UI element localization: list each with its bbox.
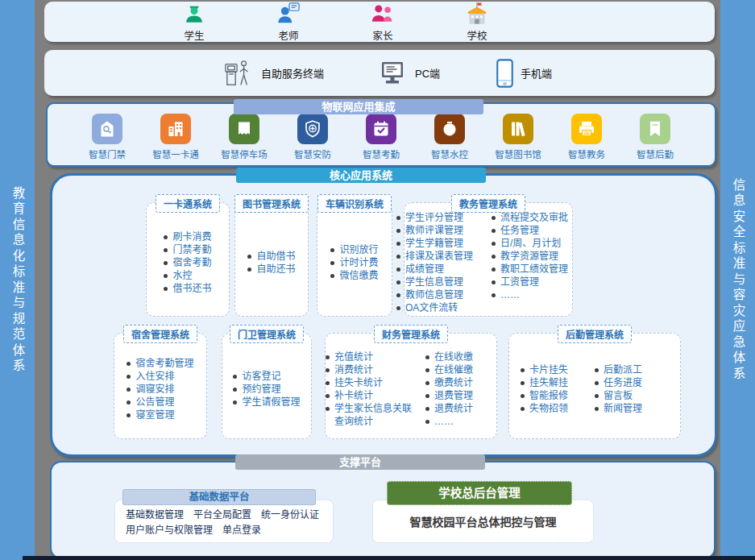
bullet-icon [396,280,400,284]
iot-app-label: 智慧图书馆 [495,147,541,160]
bullet-icon [492,229,496,233]
feature-item: 刷卡消费 [164,230,211,243]
bullet-icon [164,274,168,278]
feature-item: 卡片挂失 [521,363,588,376]
logistics-bookmark-icon [640,114,670,144]
feature-item: 消费统计 [326,363,419,376]
system-title: 门卫管理系统 [230,325,304,343]
bullet-icon [521,368,525,372]
system-box: 图书管理系统 自助借书 自助还书 [234,202,309,317]
feature-item: 门禁考勤 [164,243,211,256]
feature-item: 学生信息管理 [396,276,485,288]
system-title: 图书管理系统 [234,194,309,213]
iot-app-label: 智慧停车场 [221,147,268,160]
iot-app-label: 智慧后勤 [637,147,674,160]
system-box: 一卡通系统 刷卡消费 门禁考勤 宿舍考勤 水控 借书还书 [146,202,230,317]
bullet-icon [595,407,599,411]
feature-item: 智能报修 [521,389,588,402]
bullet-icon [330,248,334,252]
system-box: 车辆识别系统 识别放行 计时计费 微信缴费 [317,202,392,317]
feature-item: 公告管理 [127,396,193,409]
feature-item: OA文件流转 [396,301,485,314]
feature-item: 教学资源管理 [492,250,580,263]
feature-item: 学生评分管理 [396,211,485,224]
bullet-icon [247,255,251,259]
bullet-icon [326,355,330,359]
core-header: 核心应用系统 [236,168,486,183]
persona-label: 学生 [184,27,204,43]
bullet-icon [164,248,168,252]
water-control-icon [434,114,465,144]
library-books-icon [503,114,533,144]
bullet-icon [127,375,131,379]
phone-icon [496,59,513,88]
bullet-icon [233,388,237,392]
system-title: 财务管理系统 [374,325,448,343]
feature-item: 缴费统计 [425,376,496,389]
bullet-icon [247,268,251,272]
bullet-icon [595,368,599,372]
system-title: 车辆识别系统 [317,194,392,213]
door-access-icon [92,114,122,144]
feature-item: 工资管理 [492,276,580,288]
school-icon [465,2,489,26]
bullet-icon [396,242,400,246]
bullet-icon [521,407,525,411]
feature-item: …… [492,288,580,301]
feature-item: 宿舍考勤管理 [127,357,193,370]
feature-item: 在线收缴 [425,351,496,363]
iot-app: 智慧后勤 [624,114,686,165]
iot-apps-row: 智慧门禁 智慧一卡通 智慧停车场 智慧安防 智慧考勤 智慧水控 智慧图书馆 智慧… [48,114,715,165]
feature-item: 教职工绩效管理 [492,263,580,276]
feature-item: 补卡统计 [326,389,419,402]
feature-item: 退费管理 [425,389,496,402]
persona: 老师 [259,2,317,43]
bullet-icon [233,375,237,379]
bullet-icon [396,229,400,233]
iot-header: 物联网应用集成 [234,99,483,114]
bullet-icon [127,400,131,404]
persona: 学生 [165,2,223,43]
terminal: 手机端 [496,59,552,88]
system-title: 教务管理系统 [451,194,525,213]
feature-item: 自助还书 [247,263,295,276]
feature-item: …… [425,415,496,428]
bullet-icon [127,413,131,417]
bullet-icon [425,420,429,424]
right-security-sidebar: 信息安全标准与容灾应急体系 [720,0,755,560]
feature-item: 挂失解挂 [521,376,588,389]
bullet-icon [595,394,599,398]
bullet-icon [326,381,330,385]
terminal-label: 手机端 [521,65,552,81]
feature-item: 后勤派工 [595,363,669,376]
terminal: 自助服务终端 [223,59,324,88]
terminals-panel: 自助服务终端 PC端 手机端 [44,50,715,96]
feature-item: 调寝安排 [127,383,193,396]
feature-item: 挂失卡统计 [326,376,419,389]
bullet-icon [164,261,168,265]
bullet-icon [233,400,237,404]
persona-label: 家长 [372,27,392,43]
feature-item: 入住安排 [127,370,193,383]
feature-item: 流程提交及审批 [492,211,580,224]
parents-icon [371,2,395,26]
feature-item: 失物招领 [521,402,588,415]
school-admin-title: 学校总后台管理 [387,481,572,505]
terminal-label: PC端 [415,65,440,81]
system-box: 后勤管理系统 卡片挂失 挂失解挂 智能报修 失物招领 后勤派工 任务进度 留言板… [508,333,681,439]
iot-app: 智慧一卡通 [145,114,206,165]
feature-item: 微信缴费 [330,269,378,282]
feature-item: 宿舍考勤 [164,256,211,269]
student-icon [182,2,206,26]
bullet-icon [492,280,496,284]
bullet-icon [425,355,429,359]
security-shield-icon [297,114,328,144]
bullet-icon [127,388,131,392]
feature-item: 新闻管理 [595,402,669,415]
feature-item: 学生请假管理 [233,396,300,409]
iot-app: 智慧水控 [419,114,480,165]
iot-app: 智慧停车场 [214,114,275,165]
feature-item: 自助借书 [247,250,295,263]
feature-item: 在线催缴 [425,363,496,376]
feature-item: 留言板 [595,389,669,402]
